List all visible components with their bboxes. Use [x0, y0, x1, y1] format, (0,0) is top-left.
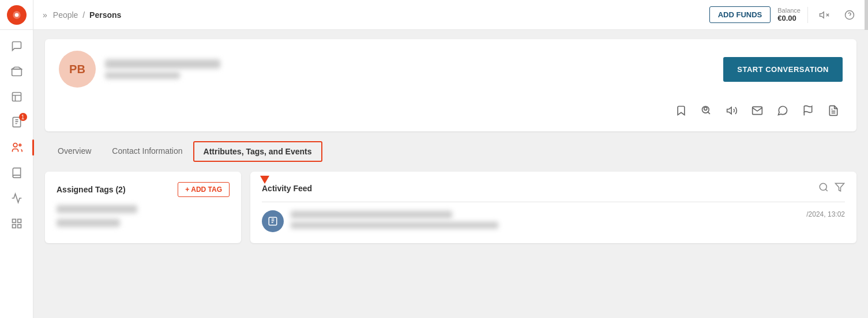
- sidebar-item-inbox[interactable]: [4, 60, 29, 83]
- activity-avatar: [262, 210, 284, 232]
- header-separator: [807, 7, 808, 23]
- profile-actions: [59, 99, 843, 120]
- svg-point-22: [820, 183, 826, 190]
- balance-amount: €0.00: [777, 14, 796, 22]
- whatsapp-icon[interactable]: [773, 101, 792, 120]
- tags-panel-title: Assigned Tags (2): [57, 185, 126, 194]
- breadcrumb: People / Persons: [53, 10, 122, 20]
- activity-filter-icon[interactable]: [835, 182, 845, 195]
- profile-top: PB START CONVERSATION: [59, 51, 843, 88]
- help-icon[interactable]: [840, 6, 859, 24]
- activity-timestamp: /2024, 13:02: [806, 210, 845, 218]
- breadcrumb-parent: People: [53, 10, 78, 20]
- search-person-icon[interactable]: [697, 101, 716, 120]
- sidebar-item-knowledge[interactable]: [4, 161, 29, 184]
- add-funds-button[interactable]: ADD FUNDS: [709, 6, 771, 23]
- svg-rect-7: [12, 219, 16, 223]
- activity-item: /2024, 13:02: [262, 210, 845, 232]
- activity-row1: /2024, 13:02: [291, 210, 845, 218]
- tag-item-1: [57, 205, 137, 213]
- svg-rect-10: [12, 225, 16, 228]
- svg-point-5: [13, 143, 17, 147]
- start-conversation-button[interactable]: START CONVERSATION: [723, 57, 843, 82]
- sidebar: 1: [0, 0, 33, 318]
- breadcrumb-separator: /: [82, 10, 85, 20]
- svg-rect-2: [12, 69, 21, 76]
- main-area: » People / Persons ADD FUNDS Balance €0.…: [33, 0, 868, 318]
- sidebar-logo: [0, 0, 33, 30]
- svg-point-6: [19, 144, 21, 146]
- svg-point-1: [14, 13, 18, 17]
- activity-text-2: [291, 222, 498, 229]
- profile-name-area: [105, 59, 220, 79]
- activity-icons: [818, 182, 845, 195]
- profile-card: PB START CONVERSATION: [45, 39, 856, 131]
- tabs-bar: Overview Contact Information Attributes,…: [45, 141, 856, 162]
- sidebar-item-reports[interactable]: [4, 85, 29, 108]
- content-area: PB START CONVERSATION: [33, 30, 868, 318]
- tab-contact-info[interactable]: Contact Information: [102, 141, 193, 162]
- tab-overview[interactable]: Overview: [47, 141, 102, 162]
- activity-content: /2024, 13:02: [291, 210, 845, 229]
- bookmark-icon[interactable]: [672, 101, 690, 120]
- svg-rect-3: [12, 93, 21, 101]
- tag-item-2: [57, 219, 120, 227]
- svg-marker-18: [727, 107, 732, 114]
- header: » People / Persons ADD FUNDS Balance €0.…: [33, 0, 868, 30]
- activity-text-1: [291, 211, 452, 218]
- activity-feed-header: Activity Feed: [262, 182, 845, 202]
- panels-row: Assigned Tags (2) + ADD TAG Activity Fee…: [45, 172, 856, 243]
- sidebar-item-people[interactable]: [4, 136, 29, 159]
- profile-subtitle-blurred: [105, 72, 180, 79]
- contacts-badge: 1: [19, 113, 27, 121]
- svg-line-23: [825, 189, 827, 191]
- assigned-tags-panel: Assigned Tags (2) + ADD TAG: [45, 172, 241, 243]
- mute-icon[interactable]: [815, 6, 833, 24]
- activity-search-icon[interactable]: [818, 182, 829, 195]
- tags-panel-header: Assigned Tags (2) + ADD TAG: [57, 182, 230, 197]
- svg-marker-11: [820, 12, 824, 18]
- balance-label: Balance: [777, 7, 801, 14]
- audio-icon[interactable]: [723, 101, 741, 120]
- balance-info: Balance €0.00: [777, 7, 801, 22]
- sidebar-item-contacts[interactable]: 1: [4, 111, 29, 134]
- header-right: ADD FUNDS Balance €0.00: [709, 6, 859, 24]
- sidebar-item-analytics[interactable]: [4, 187, 29, 210]
- profile-name-blurred: [105, 59, 220, 69]
- email-icon[interactable]: [748, 101, 766, 120]
- svg-point-17: [704, 107, 707, 110]
- activity-feed-panel: Activity Feed: [250, 172, 856, 243]
- svg-marker-24: [836, 183, 844, 191]
- expand-sidebar-icon[interactable]: »: [43, 10, 47, 20]
- add-tag-button[interactable]: + ADD TAG: [178, 182, 230, 197]
- breadcrumb-current: Persons: [89, 10, 121, 20]
- svg-rect-8: [17, 219, 21, 223]
- activity-feed-title: Activity Feed: [262, 184, 312, 193]
- sidebar-nav: 1: [0, 30, 33, 235]
- flag-icon[interactable]: [799, 101, 817, 120]
- profile-left: PB: [59, 51, 220, 88]
- avatar: PB: [59, 51, 96, 88]
- sidebar-item-conversations[interactable]: [4, 35, 29, 58]
- sidebar-item-settings2[interactable]: [4, 212, 29, 235]
- app-logo[interactable]: [7, 5, 27, 25]
- notes-icon[interactable]: [824, 101, 843, 120]
- svg-rect-9: [17, 225, 21, 228]
- tab-attributes[interactable]: Attributes, Tags, and Events: [193, 141, 322, 162]
